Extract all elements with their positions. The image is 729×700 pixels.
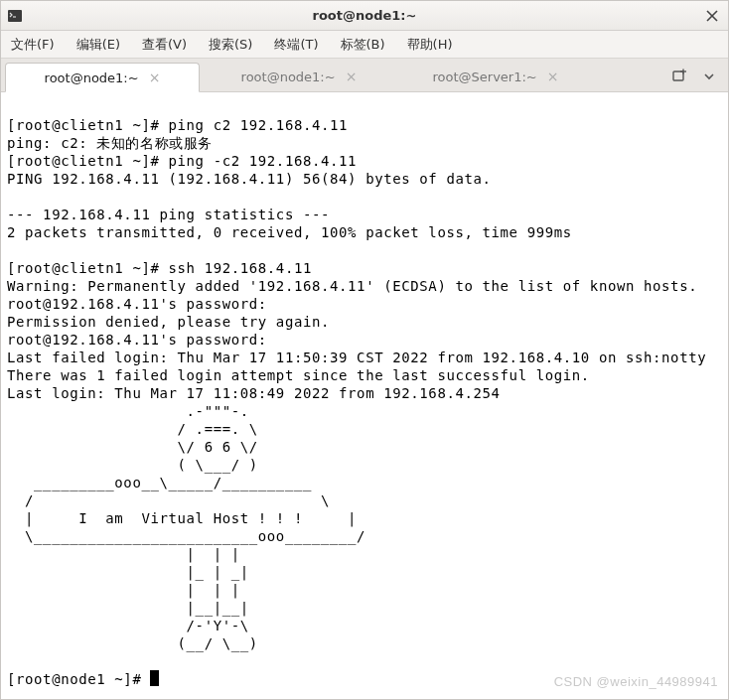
tab-close-node1a[interactable]: × xyxy=(149,70,161,85)
watermark: CSDN @weixin_44989941 xyxy=(554,673,718,691)
terminal-line: --- 192.168.4.11 ping statistics --- xyxy=(7,207,330,222)
menu-file[interactable]: 文件(F) xyxy=(9,34,57,56)
tab-node1a[interactable]: root@node1:~ × xyxy=(5,63,200,92)
menu-view[interactable]: 查看(V) xyxy=(140,34,189,56)
tab-menu-button[interactable] xyxy=(696,64,722,89)
new-tab-icon xyxy=(671,69,687,84)
terminal-line: ( \___/ ) xyxy=(7,457,258,473)
tab-close-server1[interactable]: × xyxy=(547,69,559,84)
terminal-line: _________ooo__\_____/__________ xyxy=(7,475,312,490)
terminal-line: \/ 6 6 \/ xyxy=(7,439,258,455)
terminal-line: There was 1 failed login attempt since t… xyxy=(7,367,590,383)
menubar: 文件(F) 编辑(E) 查看(V) 搜索(S) 终端(T) 标签(B) 帮助(H… xyxy=(1,31,728,59)
terminal-line: Permission denied, please try again. xyxy=(7,314,330,330)
tab-label: root@Server1:~ xyxy=(433,70,537,84)
terminal-line: .-"""-. xyxy=(7,403,249,419)
terminal-line: | | | xyxy=(7,582,240,598)
terminal-window: root@node1:~ 文件(F) 编辑(E) 查看(V) 搜索(S) 终端(… xyxy=(0,0,729,700)
tab-server1[interactable]: root@Server1:~ × xyxy=(398,62,593,91)
terminal-line: \_________________________ooo________/ xyxy=(7,528,365,544)
menu-search[interactable]: 搜索(S) xyxy=(207,34,254,56)
terminal-line: | | | xyxy=(7,546,240,562)
titlebar: root@node1:~ xyxy=(1,1,728,31)
terminal-line: / \ xyxy=(7,492,330,508)
terminal-line: 2 packets transmitted, 0 received, 100% … xyxy=(7,224,572,240)
terminal-line: [root@clietn1 ~]# ping c2 192.168.4.11 xyxy=(7,117,348,133)
tab-label: root@node1:~ xyxy=(241,70,336,84)
terminal-line: ping: c2: 未知的名称或服务 xyxy=(7,135,213,151)
svg-rect-0 xyxy=(8,10,22,22)
terminal-output[interactable]: [root@clietn1 ~]# ping c2 192.168.4.11 p… xyxy=(1,92,728,699)
svg-rect-4 xyxy=(673,71,683,80)
terminal-line: (__/ \__) xyxy=(7,635,258,651)
terminal-line: |__|__| xyxy=(7,600,249,616)
terminal-line: root@192.168.4.11's password: xyxy=(7,296,267,312)
menu-tabs[interactable]: 标签(B) xyxy=(339,34,387,56)
terminal-line: [root@clietn1 ~]# ssh 192.168.4.11 xyxy=(7,260,312,276)
terminal-line: root@192.168.4.11's password: xyxy=(7,332,267,348)
chevron-down-icon xyxy=(704,71,714,81)
terminal-line: |_ | _| xyxy=(7,564,249,580)
terminal-line: PING 192.168.4.11 (192.168.4.11) 56(84) … xyxy=(7,171,492,187)
terminal-prompt: [root@node1 ~]# xyxy=(7,671,150,687)
close-button[interactable] xyxy=(702,6,722,26)
menu-edit[interactable]: 编辑(E) xyxy=(74,34,122,56)
menu-terminal[interactable]: 终端(T) xyxy=(272,34,320,56)
terminal-line: Last failed login: Thu Mar 17 11:50:39 C… xyxy=(7,350,706,365)
terminal-cursor xyxy=(150,670,159,686)
tab-close-node1b[interactable]: × xyxy=(346,69,358,84)
terminal-line: / .===. \ xyxy=(7,421,258,437)
tab-node1b[interactable]: root@node1:~ × xyxy=(202,62,396,91)
tab-label: root@node1:~ xyxy=(45,70,139,85)
terminal-line: /-'Y'-\ xyxy=(7,618,249,633)
close-icon xyxy=(706,10,718,22)
menu-help[interactable]: 帮助(H) xyxy=(405,34,455,56)
new-tab-button[interactable] xyxy=(666,64,692,89)
terminal-line: Warning: Permanently added '192.168.4.11… xyxy=(7,278,697,294)
terminal-line: | I am Virtual Host ! ! ! | xyxy=(7,510,357,526)
terminal-line: [root@clietn1 ~]# ping -c2 192.168.4.11 xyxy=(7,153,357,169)
tabbar: root@node1:~ × root@node1:~ × root@Serve… xyxy=(1,59,728,92)
terminal-app-icon xyxy=(7,8,23,24)
window-title: root@node1:~ xyxy=(1,8,728,23)
terminal-line: Last login: Thu Mar 17 11:08:49 2022 fro… xyxy=(7,385,501,401)
